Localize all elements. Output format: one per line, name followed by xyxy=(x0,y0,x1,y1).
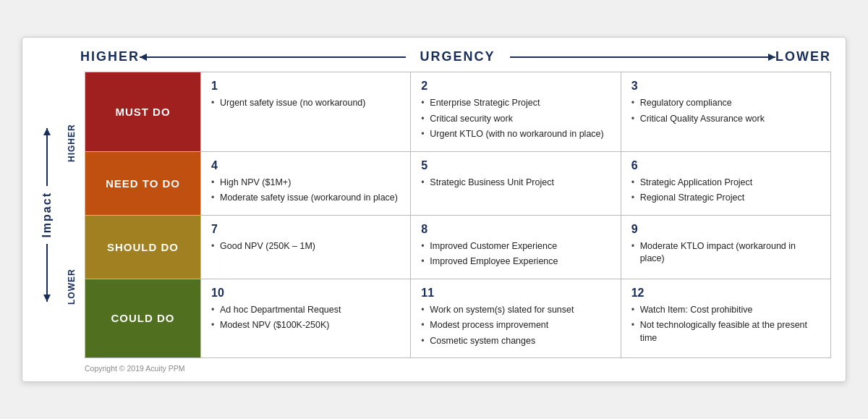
content-cell-5: 5Strategic Business Unit Project xyxy=(411,152,621,215)
cell-items-3: Regulatory complianceCritical Quality As… xyxy=(631,97,820,125)
list-item: Modest process improvement xyxy=(421,319,610,332)
impact-arrow-up xyxy=(46,128,48,186)
content-cell-4: 4High NPV ($1M+)Moderate safety issue (w… xyxy=(201,152,411,215)
grid-row: MUST DO1Urgent safety issue (no workarou… xyxy=(85,72,830,152)
cell-number-3: 3 xyxy=(631,80,820,93)
content-cell-10: 10Ad hoc Departmental RequestModest NPV … xyxy=(201,279,411,358)
cell-number-10: 10 xyxy=(211,287,400,300)
cell-items-2: Enterprise Strategic ProjectCritical sec… xyxy=(421,97,610,141)
main-layout: Impact HIGHER LOWER MUST DO1Urgent safet… xyxy=(37,72,831,358)
cell-number-6: 6 xyxy=(631,159,820,172)
label-cell-must-do: MUST DO xyxy=(85,72,201,151)
cell-number-4: 4 xyxy=(211,159,400,172)
urgency-label: URGENCY xyxy=(406,49,510,64)
list-item: Work on system(s) slated for sunset xyxy=(421,304,610,317)
label-cell-should-do: SHOULD DO xyxy=(85,216,201,279)
grid-row: SHOULD DO7Good NPV (250K – 1M)8Improved … xyxy=(85,216,830,279)
copyright-text: Copyright © 2019 Acuity PPM xyxy=(37,364,831,373)
cell-items-10: Ad hoc Departmental RequestModest NPV ($… xyxy=(211,304,400,332)
content-cell-11: 11Work on system(s) slated for sunsetMod… xyxy=(411,279,621,358)
list-item: Cosmetic system changes xyxy=(421,335,610,348)
higher-label: HIGHER xyxy=(80,49,140,64)
list-item: Good NPV (250K – 1M) xyxy=(211,240,400,253)
arrow-left xyxy=(140,56,405,58)
list-item: Ad hoc Departmental Request xyxy=(211,304,400,317)
cell-items-8: Improved Customer ExperienceImproved Emp… xyxy=(421,240,610,268)
lower-label: LOWER xyxy=(775,49,831,64)
list-item: High NPV ($1M+) xyxy=(211,177,400,190)
impact-lower-label: LOWER xyxy=(60,215,83,358)
cell-number-2: 2 xyxy=(421,80,610,93)
list-item: Urgent KTLO (with no workaround in place… xyxy=(421,128,610,141)
list-item: Improved Customer Experience xyxy=(421,240,610,253)
list-item: Modest NPV ($100K-250K) xyxy=(211,319,400,332)
list-item: Enterprise Strategic Project xyxy=(421,97,610,110)
list-item: Moderate safety issue (workaround in pla… xyxy=(211,192,400,205)
list-item: Strategic Business Unit Project xyxy=(421,177,610,190)
cell-items-11: Work on system(s) slated for sunsetModes… xyxy=(421,304,610,348)
cell-number-5: 5 xyxy=(421,159,610,172)
label-cell-could-do: COULD DO xyxy=(85,279,201,358)
list-item: Strategic Application Project xyxy=(631,177,820,190)
content-cell-1: 1Urgent safety issue (no workaround) xyxy=(201,72,411,151)
cell-number-1: 1 xyxy=(211,80,400,93)
cell-items-4: High NPV ($1M+)Moderate safety issue (wo… xyxy=(211,177,400,205)
arrow-line-left xyxy=(140,56,405,58)
cell-number-11: 11 xyxy=(421,287,610,300)
list-item: Critical security work xyxy=(421,113,610,126)
grid-row: NEED TO DO4High NPV ($1M+)Moderate safet… xyxy=(85,152,830,216)
arrow-right xyxy=(510,56,775,58)
cell-number-8: 8 xyxy=(421,223,610,236)
list-item: Regional Strategic Project xyxy=(631,192,820,205)
list-item: Not technologically feasible at the pres… xyxy=(631,319,820,344)
content-cell-3: 3Regulatory complianceCritical Quality A… xyxy=(621,72,830,151)
cell-items-7: Good NPV (250K – 1M) xyxy=(211,240,400,253)
content-cell-6: 6Strategic Application ProjectRegional S… xyxy=(621,152,830,215)
label-cell-need-to-do: NEED TO DO xyxy=(85,152,201,215)
impact-higher-label: HIGHER xyxy=(60,72,83,215)
content-cell-8: 8Improved Customer ExperienceImproved Em… xyxy=(411,216,621,279)
list-item: Urgent safety issue (no workaround) xyxy=(211,97,400,110)
cell-number-12: 12 xyxy=(631,287,820,300)
urgency-header: HIGHER URGENCY LOWER xyxy=(37,49,831,64)
grid-row: COULD DO10Ad hoc Departmental RequestMod… xyxy=(85,279,830,358)
impact-arrow-down xyxy=(46,244,48,302)
higher-lower-col: HIGHER LOWER xyxy=(60,72,83,358)
impact-label: Impact xyxy=(41,192,54,238)
cell-items-5: Strategic Business Unit Project xyxy=(421,177,610,190)
cell-number-9: 9 xyxy=(631,223,820,236)
cell-items-1: Urgent safety issue (no workaround) xyxy=(211,97,400,110)
cell-number-7: 7 xyxy=(211,223,400,236)
priority-grid: MUST DO1Urgent safety issue (no workarou… xyxy=(85,72,831,358)
content-cell-7: 7Good NPV (250K – 1M) xyxy=(201,216,411,279)
content-cell-2: 2Enterprise Strategic ProjectCritical se… xyxy=(411,72,621,151)
main-card: HIGHER URGENCY LOWER Impact HIGHER LOWER… xyxy=(22,37,846,382)
list-item: Watch Item: Cost prohibitive xyxy=(631,304,820,317)
cell-items-6: Strategic Application ProjectRegional St… xyxy=(631,177,820,205)
content-cell-12: 12Watch Item: Cost prohibitiveNot techno… xyxy=(621,279,830,358)
cell-items-9: Moderate KTLO impact (workaround in plac… xyxy=(631,240,820,266)
impact-axis-col: Impact xyxy=(37,72,57,358)
cell-items-12: Watch Item: Cost prohibitiveNot technolo… xyxy=(631,304,820,345)
list-item: Improved Employee Experience xyxy=(421,255,610,268)
list-item: Regulatory compliance xyxy=(631,97,820,110)
arrow-line-right xyxy=(510,56,775,58)
content-cell-9: 9Moderate KTLO impact (workaround in pla… xyxy=(621,216,830,279)
list-item: Critical Quality Assurance work xyxy=(631,113,820,126)
list-item: Moderate KTLO impact (workaround in plac… xyxy=(631,240,820,266)
